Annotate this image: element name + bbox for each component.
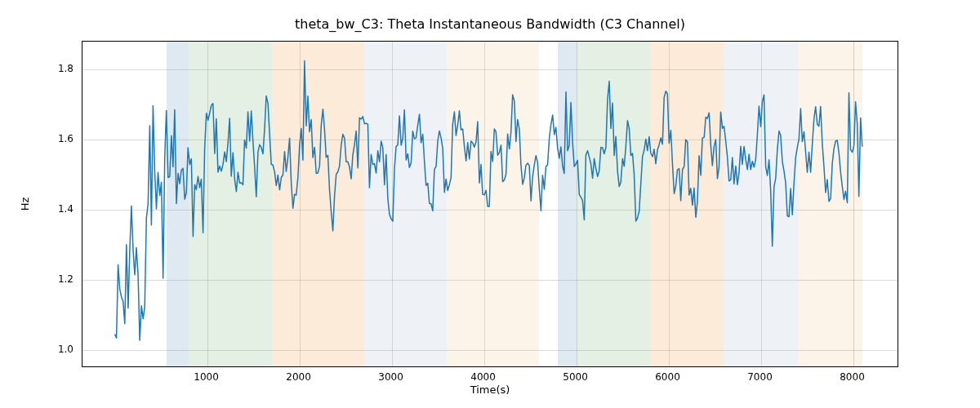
x-tick-label: 5000 [563,371,588,383]
x-tick-label: 6000 [655,371,680,383]
line-series [82,42,898,367]
y-tick-label: 1.2 [58,273,74,285]
x-tick-label: 8000 [840,371,865,383]
y-tick-label: 1.0 [58,344,74,355]
plot-area [82,41,898,367]
x-tick-label: 3000 [378,371,403,383]
y-tick-label: 1.6 [58,133,74,144]
x-axis-label: Time(s) [470,384,510,396]
x-tick-label: 2000 [286,371,311,383]
x-tick-label: 7000 [747,371,773,383]
y-axis-label: Hz [19,197,31,211]
figure: theta_bw_C3: Theta Instantaneous Bandwid… [0,0,980,408]
x-tick-label: 4000 [470,371,496,383]
y-tick-label: 1.4 [58,203,74,215]
x-tick-label: 1000 [194,371,219,383]
y-tick-label: 1.8 [58,63,74,74]
chart-title: theta_bw_C3: Theta Instantaneous Bandwid… [0,16,980,32]
